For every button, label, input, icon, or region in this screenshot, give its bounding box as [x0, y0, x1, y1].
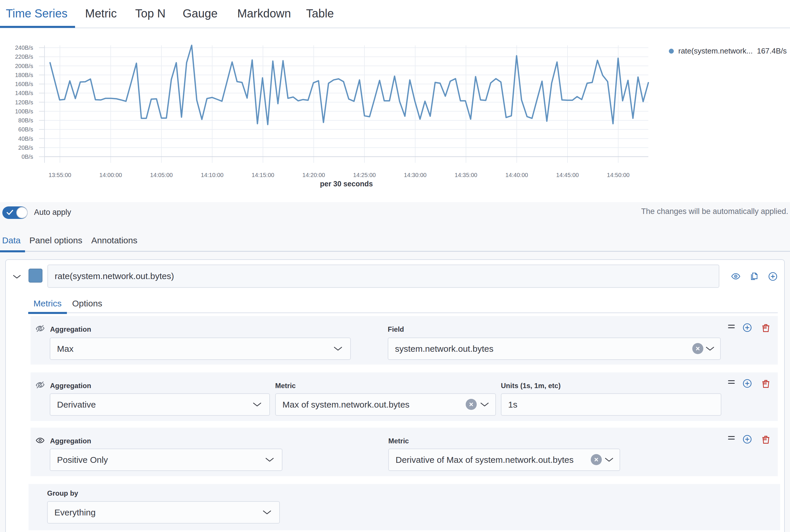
svg-text:14:35:00: 14:35:00 [455, 172, 477, 178]
svg-text:14:10:00: 14:10:00 [201, 172, 224, 178]
svg-text:rate(system.network... 167.4B: rate(system.network... 167.4B/s [678, 46, 787, 55]
svg-text:240B/s: 240B/s [15, 44, 33, 51]
svg-text:13:55:00: 13:55:00 [49, 172, 71, 178]
svg-text:14:00:00: 14:00:00 [99, 172, 122, 178]
svg-text:180B/s: 180B/s [15, 72, 33, 78]
svg-text:0B/s: 0B/s [21, 153, 33, 160]
svg-text:14:15:00: 14:15:00 [252, 172, 274, 178]
svg-text:120B/s: 120B/s [15, 99, 33, 106]
svg-text:200B/s: 200B/s [15, 63, 33, 69]
svg-text:per 30 seconds: per 30 seconds [320, 180, 373, 188]
svg-text:14:20:00: 14:20:00 [302, 172, 325, 178]
svg-text:100B/s: 100B/s [15, 108, 33, 115]
svg-text:14:45:00: 14:45:00 [556, 172, 579, 178]
svg-text:60B/s: 60B/s [18, 126, 33, 133]
svg-text:80B/s: 80B/s [18, 117, 33, 124]
svg-text:14:40:00: 14:40:00 [506, 172, 528, 178]
svg-text:14:05:00: 14:05:00 [150, 172, 173, 178]
svg-text:140B/s: 140B/s [15, 90, 33, 96]
svg-text:14:25:00: 14:25:00 [353, 172, 376, 178]
svg-text:14:30:00: 14:30:00 [404, 172, 427, 178]
svg-text:14:50:00: 14:50:00 [607, 172, 630, 178]
svg-text:20B/s: 20B/s [18, 145, 33, 151]
svg-text:40B/s: 40B/s [18, 135, 33, 142]
svg-text:160B/s: 160B/s [15, 81, 33, 87]
svg-text:220B/s: 220B/s [15, 54, 33, 60]
